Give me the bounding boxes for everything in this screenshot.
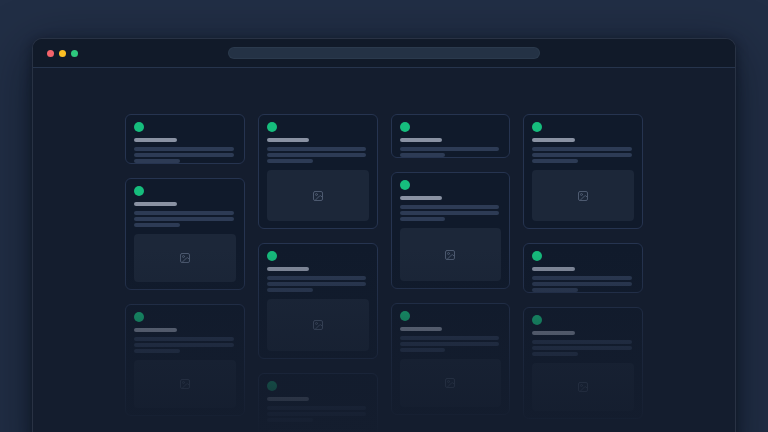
text-placeholder [134,153,234,157]
text-placeholder [267,153,367,157]
text-placeholder [267,276,367,280]
image-icon [444,377,456,389]
status-dot-icon [134,312,144,322]
image-placeholder [532,363,634,411]
text-placeholder [532,282,632,286]
status-dot-icon [400,311,410,321]
title-placeholder [532,331,575,335]
text-placeholder [134,159,180,163]
text-placeholder [134,217,234,221]
text-placeholder [267,159,313,163]
status-dot-icon [267,381,277,391]
grid-column-4 [523,114,643,432]
close-button[interactable] [47,50,54,57]
image-placeholder [267,170,369,221]
text-placeholder [400,211,500,215]
image-icon [577,190,589,202]
text-placeholder [532,153,632,157]
title-placeholder [400,138,443,142]
text-placeholder [134,211,234,215]
image-icon [577,381,589,393]
feed-card[interactable] [523,307,643,419]
image-icon [312,319,324,331]
feed-card[interactable] [391,172,511,289]
window-controls [47,50,78,57]
feed-card[interactable] [125,304,245,416]
status-dot-icon [532,315,542,325]
text-placeholder [400,153,446,157]
page-background: { "window": { "traffic_lights": [ { "nam… [0,0,768,432]
browser-chrome [33,39,735,68]
feed-card[interactable] [258,373,378,432]
title-placeholder [267,397,310,401]
text-placeholder [400,342,500,346]
text-placeholder [267,406,367,410]
status-dot-icon [267,251,277,261]
text-placeholder [400,336,500,340]
title-placeholder [400,196,443,200]
text-placeholder [532,147,632,151]
title-placeholder [267,138,310,142]
image-icon [312,190,324,202]
title-placeholder [532,267,575,271]
title-placeholder [134,202,177,206]
text-placeholder [400,217,446,221]
text-placeholder [400,348,446,352]
image-placeholder [400,228,502,281]
text-placeholder [267,147,367,151]
card-grid [125,114,643,432]
feed-card[interactable] [391,303,511,415]
grid-column-1 [125,114,245,432]
text-placeholder [532,346,632,350]
image-placeholder [267,299,369,351]
title-placeholder [532,138,575,142]
feed-card[interactable] [125,178,245,290]
feed-card[interactable] [523,243,643,293]
image-placeholder [532,170,634,221]
feed-card[interactable] [523,114,643,229]
title-placeholder [267,267,310,271]
grid-column-2 [258,114,378,432]
text-placeholder [532,276,632,280]
address-bar[interactable] [228,47,540,59]
status-dot-icon [134,186,144,196]
status-dot-icon [267,122,277,132]
text-placeholder [134,337,234,341]
text-placeholder [400,205,500,209]
status-dot-icon [532,251,542,261]
grid-column-3 [391,114,511,432]
image-placeholder [400,359,502,407]
image-icon [179,252,191,264]
feed-card[interactable] [258,114,378,229]
text-placeholder [134,343,234,347]
status-dot-icon [400,180,410,190]
text-placeholder [134,223,180,227]
text-placeholder [267,412,367,416]
minimize-button[interactable] [59,50,66,57]
image-icon [179,378,191,390]
text-placeholder [400,147,500,151]
text-placeholder [532,159,578,163]
title-placeholder [134,328,177,332]
image-placeholder [134,234,236,282]
text-placeholder [267,288,313,292]
text-placeholder [134,349,180,353]
text-placeholder [267,282,367,286]
title-placeholder [134,138,177,142]
browser-window [32,38,736,432]
text-placeholder [134,147,234,151]
maximize-button[interactable] [71,50,78,57]
status-dot-icon [400,122,410,132]
feed-card[interactable] [391,114,511,158]
text-placeholder [532,340,632,344]
status-dot-icon [532,122,542,132]
image-icon [444,249,456,261]
text-placeholder [532,352,578,356]
text-placeholder [532,288,578,292]
title-placeholder [400,327,443,331]
feed-card[interactable] [125,114,245,164]
feed-card[interactable] [258,243,378,359]
image-placeholder [134,360,236,408]
text-placeholder [267,418,313,422]
status-dot-icon [134,122,144,132]
